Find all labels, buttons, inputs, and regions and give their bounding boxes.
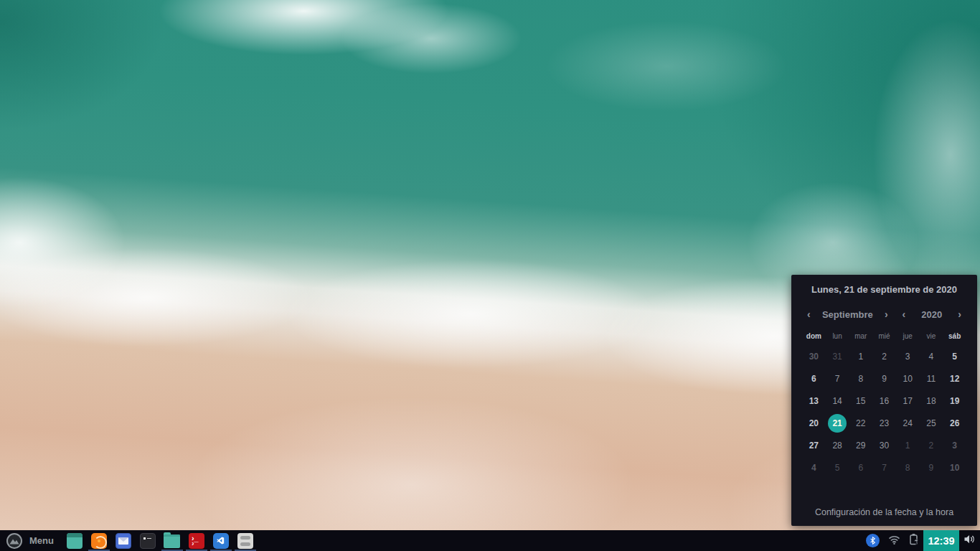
calendar-day[interactable]: 13 <box>802 390 826 412</box>
calendar-day[interactable]: 16 <box>872 390 896 412</box>
network-tray-button[interactable] <box>884 530 905 551</box>
launcher-bar <box>62 530 258 551</box>
bluetooth-tray-button[interactable] <box>862 530 884 551</box>
calendar-day[interactable]: 2 <box>872 345 896 367</box>
calendar-day[interactable]: 7 <box>826 367 849 390</box>
calendar-day[interactable]: 19 <box>943 390 966 412</box>
menu-label: Menu <box>29 535 54 546</box>
calendar-day[interactable]: 11 <box>920 367 943 390</box>
calendar-day[interactable]: 10 <box>943 456 966 479</box>
system-tray: 12:39 <box>862 530 980 551</box>
wifi-icon <box>888 534 900 547</box>
terminal-icon <box>140 533 156 549</box>
calendar-day[interactable]: 28 <box>826 434 849 456</box>
weekday-label: mar <box>849 332 872 340</box>
menu-button[interactable]: Menu <box>6 530 62 551</box>
vscode-icon <box>213 533 229 549</box>
weekday-label: dom <box>802 332 826 340</box>
notes-icon <box>237 533 253 549</box>
show-desktop-launcher[interactable] <box>66 530 83 551</box>
calendar-day[interactable]: 15 <box>849 390 872 412</box>
calendar-day[interactable]: 9 <box>920 456 943 479</box>
calendar-navigation: ‹ Septiembre › ‹ 2020 › <box>791 309 977 320</box>
calendar-day[interactable]: 9 <box>872 367 896 390</box>
calendar-day[interactable]: 29 <box>849 434 872 456</box>
calendar-day[interactable]: 31 <box>826 345 849 367</box>
volume-tray-button[interactable] <box>959 530 980 551</box>
mint-logo-icon <box>6 532 23 550</box>
calendar-day[interactable]: 17 <box>896 390 920 412</box>
notes-launcher[interactable] <box>237 530 254 551</box>
calendar-day[interactable]: 8 <box>896 456 920 479</box>
calendar-date-title: Lunes, 21 de septiembre de 2020 <box>791 284 977 295</box>
clock-applet[interactable]: 12:39 <box>923 530 959 551</box>
firefox-icon <box>91 533 107 549</box>
battery-charging-icon <box>909 533 919 548</box>
calendar-day[interactable]: 23 <box>872 412 896 434</box>
weekday-label: jue <box>896 332 920 340</box>
calendar-day[interactable]: 30 <box>802 345 826 367</box>
calendar-day[interactable]: 18 <box>920 390 943 412</box>
calendar-day[interactable]: 2 <box>920 434 943 456</box>
folder-icon <box>164 534 180 548</box>
calendar-day[interactable]: 24 <box>896 412 920 434</box>
calendar-popup: Lunes, 21 de septiembre de 2020 ‹ Septie… <box>791 275 977 526</box>
weekday-label: mié <box>872 332 896 340</box>
firefox-launcher[interactable] <box>90 530 108 551</box>
volume-icon <box>963 534 976 547</box>
calendar-day[interactable]: 10 <box>896 367 920 390</box>
calendar-grid: 3031123456789101112131415161718192021222… <box>791 345 977 479</box>
weekday-label: sáb <box>943 332 966 340</box>
next-month-arrow-icon[interactable]: › <box>883 309 890 320</box>
root-terminal-launcher[interactable] <box>188 530 205 551</box>
month-navigation: ‹ Septiembre › <box>806 309 890 320</box>
file-manager-launcher[interactable] <box>164 530 181 551</box>
next-year-arrow-icon[interactable]: › <box>956 309 963 320</box>
calendar-day[interactable]: 22 <box>849 412 872 434</box>
weekday-label: vie <box>920 332 943 340</box>
calendar-day[interactable]: 7 <box>872 456 896 479</box>
terminal-launcher[interactable] <box>139 530 156 551</box>
year-label: 2020 <box>921 309 942 320</box>
calendar-day[interactable]: 21 <box>826 412 849 434</box>
calendar-day[interactable]: 25 <box>920 412 943 434</box>
power-tray-button[interactable] <box>905 530 923 551</box>
calendar-day[interactable]: 12 <box>943 367 966 390</box>
calendar-day[interactable]: 5 <box>826 456 849 479</box>
calendar-day[interactable]: 14 <box>826 390 849 412</box>
red-terminal-icon <box>189 533 204 549</box>
vscode-launcher[interactable] <box>212 530 230 551</box>
calendar-day[interactable]: 20 <box>802 412 826 434</box>
prev-year-arrow-icon[interactable]: ‹ <box>901 309 908 320</box>
calendar-day[interactable]: 5 <box>943 345 966 367</box>
calendar-day[interactable]: 1 <box>896 434 920 456</box>
calendar-day[interactable]: 3 <box>943 434 966 456</box>
bluetooth-icon <box>866 534 880 547</box>
calendar-day[interactable]: 26 <box>943 412 966 434</box>
calendar-day[interactable]: 6 <box>849 456 872 479</box>
year-navigation: ‹ 2020 › <box>901 309 963 320</box>
month-label: Septiembre <box>822 309 873 320</box>
calendar-day[interactable]: 8 <box>849 367 872 390</box>
taskbar-panel: Menu <box>0 530 980 551</box>
calendar-day[interactable]: 4 <box>802 456 826 479</box>
calendar-day[interactable]: 6 <box>802 367 826 390</box>
mail-icon <box>116 533 131 549</box>
calendar-day[interactable]: 3 <box>896 345 920 367</box>
selected-day-circle: 21 <box>828 414 847 433</box>
calendar-weekday-header: domlunmarmiéjueviesáb <box>791 332 977 340</box>
mail-launcher[interactable] <box>115 530 132 551</box>
weekday-label: lun <box>826 332 849 340</box>
show-desktop-icon <box>67 533 83 549</box>
calendar-day[interactable]: 27 <box>802 434 826 456</box>
calendar-day[interactable]: 1 <box>849 345 872 367</box>
calendar-day[interactable]: 30 <box>872 434 896 456</box>
calendar-day[interactable]: 4 <box>920 345 943 367</box>
datetime-settings-link[interactable]: Configuración de la fecha y la hora <box>791 507 977 517</box>
prev-month-arrow-icon[interactable]: ‹ <box>806 309 812 320</box>
desktop: Lunes, 21 de septiembre de 2020 ‹ Septie… <box>0 0 980 551</box>
